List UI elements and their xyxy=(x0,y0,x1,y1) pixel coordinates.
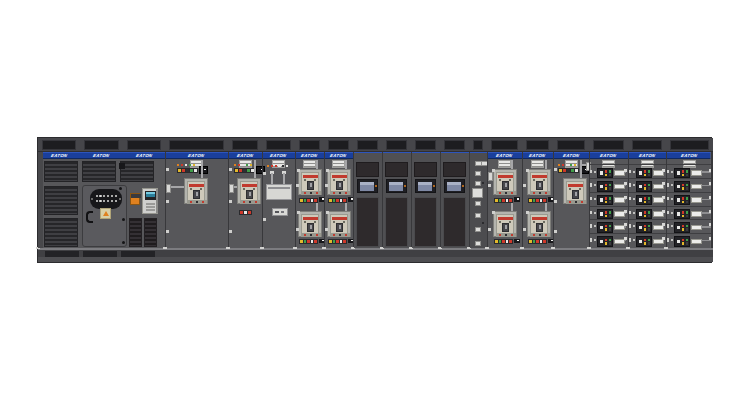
gland-hole xyxy=(111,200,113,202)
vent-grille xyxy=(531,160,544,168)
indicator-light xyxy=(242,164,244,166)
indicator-light xyxy=(686,174,689,177)
feeder-breaker-dot xyxy=(633,198,635,200)
indicator-light xyxy=(574,168,579,173)
orange-module-top xyxy=(131,194,141,198)
brand-logo: EATON xyxy=(562,154,579,158)
indicator-light xyxy=(686,184,689,187)
feeder-breaker-dot xyxy=(671,225,673,227)
mcc-screen-line xyxy=(360,182,374,185)
mcc-door xyxy=(356,197,379,247)
indicator-light xyxy=(278,165,280,167)
gland-hole xyxy=(111,195,113,197)
hinge-mark xyxy=(590,224,592,228)
mcc-power-led xyxy=(404,185,407,188)
brand-logo-wrap: EATON xyxy=(38,154,80,159)
feeder-module xyxy=(597,168,613,179)
breaker-unit xyxy=(237,178,261,204)
latch-dash xyxy=(551,247,555,249)
brand-logo: EATON xyxy=(301,154,318,158)
hinge-mark xyxy=(590,170,592,174)
hinge-mark xyxy=(296,228,299,231)
indicator-light xyxy=(193,164,195,166)
brand-logo: EATON xyxy=(600,154,617,158)
indicator-light xyxy=(605,239,608,242)
breaker-status-dot xyxy=(202,201,204,203)
latch-dash xyxy=(322,247,326,249)
indicator-light xyxy=(644,184,647,187)
cable-gland-plate xyxy=(90,189,122,209)
breaker-status-dot xyxy=(339,234,341,236)
hinge-mark xyxy=(629,211,631,215)
breaker-status-dot xyxy=(545,192,547,194)
indicator-light xyxy=(682,242,685,245)
hinge-mark xyxy=(263,172,266,175)
breaker-handle-slot xyxy=(249,192,251,196)
breaker-red-band xyxy=(303,175,318,178)
bus-line xyxy=(316,203,318,211)
indicator-light xyxy=(644,187,647,190)
breaker-status-dot xyxy=(345,192,347,194)
indicator-light xyxy=(609,228,612,231)
hinge-mark xyxy=(667,211,669,215)
breaker-status-dot xyxy=(339,192,341,194)
feeder-module xyxy=(597,195,613,206)
hinge-mark xyxy=(296,184,299,187)
mcc-top-panel xyxy=(443,162,466,177)
indicator-light xyxy=(677,226,680,230)
breaker-red-band xyxy=(332,217,347,220)
breaker-label-dot xyxy=(314,179,316,181)
brand-logo: EATON xyxy=(188,154,205,158)
indicator-light xyxy=(566,164,568,166)
indicator-light xyxy=(648,174,651,177)
display-side-strip xyxy=(156,189,159,213)
latch-dash xyxy=(485,247,489,249)
indicator-light xyxy=(605,174,608,177)
indicator-light xyxy=(558,164,560,166)
top-vent-panel xyxy=(526,140,549,150)
feeder-latch xyxy=(662,210,666,213)
feeder-row xyxy=(628,193,666,205)
indicator-light xyxy=(562,164,564,166)
gland-notch xyxy=(119,198,121,200)
indicator-light xyxy=(246,164,248,166)
indicator-light xyxy=(677,171,680,175)
brand-logo-wrap: EATON xyxy=(228,154,262,159)
aux-switch xyxy=(119,163,125,169)
mcc-power-led xyxy=(375,185,378,188)
feeder-latch xyxy=(662,237,666,240)
louver-vent xyxy=(44,161,78,182)
top-vent-panel xyxy=(299,140,320,150)
indicator-light xyxy=(609,239,612,242)
top-vent-panel xyxy=(593,140,624,150)
breaker-status-dot xyxy=(249,201,251,203)
feeder-latch xyxy=(662,169,666,172)
latch-dash xyxy=(520,247,524,249)
indicator-light xyxy=(271,165,273,167)
indicator-light xyxy=(682,211,685,214)
indicator-light xyxy=(682,215,685,218)
indicator-light xyxy=(282,165,284,167)
indicator-light xyxy=(609,170,612,173)
latch-dash xyxy=(293,247,297,249)
switchgear-lineup: EATONEATONEATONEATONEATONEATONEATONEATON… xyxy=(37,137,712,263)
breaker-label-dot xyxy=(343,179,345,181)
latch-dash xyxy=(664,247,668,249)
dark-vent xyxy=(144,218,157,247)
feeder-row xyxy=(666,166,713,178)
hinge-mark xyxy=(667,238,669,242)
indicator-light xyxy=(570,164,572,166)
indicator-light xyxy=(677,198,680,202)
divider xyxy=(295,152,296,248)
breaker-status-dot xyxy=(539,234,541,236)
breaker-status-dot xyxy=(333,234,335,236)
screw-dot xyxy=(122,218,125,221)
indicator-light xyxy=(639,185,642,189)
breaker-status-dot xyxy=(316,192,318,194)
feeder-latch xyxy=(624,237,628,240)
riser-clip xyxy=(475,181,481,186)
breaker-handle-slot xyxy=(505,183,507,187)
breaker-label-dot xyxy=(200,188,202,190)
breaker-status-dot xyxy=(196,201,198,203)
indicator-light xyxy=(605,184,608,187)
